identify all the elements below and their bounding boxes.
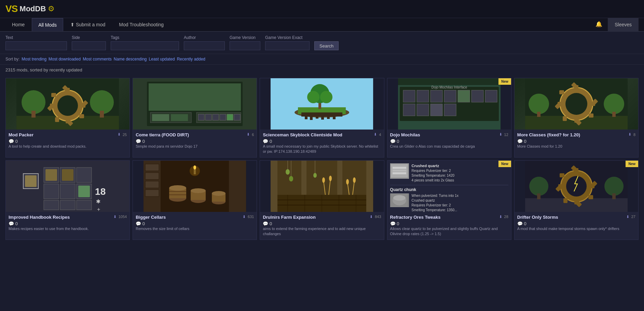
mod-card-refractory-ores[interactable]: New Crushed quartz Requires Pulverizer t… xyxy=(387,160,511,240)
svg-point-147 xyxy=(322,177,325,183)
svg-rect-13 xyxy=(79,114,84,118)
mod-card-dojo-mochilas[interactable]: New xyxy=(387,78,511,158)
svg-rect-59 xyxy=(417,104,429,116)
sort-most-comments[interactable]: Most comments xyxy=(83,57,112,62)
game-version-exact-input[interactable] xyxy=(265,41,310,50)
nav-home[interactable]: Home xyxy=(5,18,31,31)
mod-thumbnail xyxy=(260,161,384,212)
svg-point-122 xyxy=(193,165,196,170)
svg-rect-66 xyxy=(537,112,540,117)
search-button[interactable]: Search xyxy=(314,41,339,50)
mod-info: Scienceman Skyblock Clientside Mod ⬇4 💬 … xyxy=(260,130,384,157)
nav-submit[interactable]: ⬆ Submit a mod xyxy=(64,18,112,31)
game-version-input[interactable] xyxy=(230,41,260,50)
svg-rect-90 xyxy=(60,200,75,210)
mod-title: Refractory Ores Tweaks xyxy=(390,215,497,220)
svg-rect-26 xyxy=(198,114,204,120)
new-badge: New xyxy=(498,161,511,167)
svg-rect-68 xyxy=(612,112,616,117)
mod-desc: A tool to help create and download mod p… xyxy=(9,144,127,149)
mod-card-drifter-storms[interactable]: New xyxy=(514,160,639,240)
mod-desc: Removes the size limit of cellars xyxy=(136,226,254,231)
side-filter-label: Side xyxy=(72,35,106,40)
mod-card-drulnirs-farm[interactable]: Drulnirs Farm Expansion ⬇843 💬 0 aims to… xyxy=(260,160,384,240)
mod-title: Bigger Cellars xyxy=(136,215,241,220)
sort-prefix: Sort by: xyxy=(5,57,19,62)
download-count: 4 xyxy=(379,133,381,137)
svg-rect-27 xyxy=(205,114,211,120)
svg-rect-44 xyxy=(321,117,324,120)
bell-icon[interactable]: 🔔 xyxy=(591,18,607,31)
svg-rect-133 xyxy=(271,161,277,212)
svg-rect-86 xyxy=(44,184,59,199)
mod-thumbnail xyxy=(133,161,257,212)
svg-rect-58 xyxy=(403,104,415,116)
game-version-filter: Game Version xyxy=(230,35,260,50)
svg-rect-76 xyxy=(589,113,593,118)
logo: VS ModDB ⚙ xyxy=(5,3,55,14)
svg-rect-23 xyxy=(152,114,169,121)
svg-rect-154 xyxy=(393,172,406,174)
svg-rect-106 xyxy=(145,173,159,179)
nav-bar: Home All Mods ⬆ Submit a mod Mod Trouble… xyxy=(0,18,644,32)
sort-least-updated[interactable]: Least updated xyxy=(149,57,175,62)
mod-card-more-classes[interactable]: More Classes (fixed? for 1.20) ⬇8 💬 0 Mo… xyxy=(514,78,639,158)
svg-point-140 xyxy=(286,169,290,175)
sort-recently-added[interactable]: Recently added xyxy=(177,57,205,62)
download-count: 12 xyxy=(504,133,508,137)
svg-rect-43 xyxy=(316,117,318,119)
svg-rect-41 xyxy=(305,117,307,119)
mod-thumbnail xyxy=(260,78,384,130)
mod-title: Mod Packer xyxy=(9,132,115,137)
nav-troubleshooting[interactable]: Mod Troubleshooting xyxy=(112,18,170,31)
mod-card-come-tierra[interactable]: Come tierra (FOOD DIRT) ⬇6 💬 0 Simple mo… xyxy=(133,78,257,158)
mod-info: Refractory Ores Tweaks ⬇28 💬 0 Allows cl… xyxy=(387,212,511,240)
svg-rect-171 xyxy=(588,195,593,199)
mod-card-bigger-cellars[interactable]: Bigger Cellars ⬇631 💬 0 Removes the size… xyxy=(133,160,257,240)
mod-card-scienceman-skyblock[interactable]: Scienceman Skyblock Clientside Mod ⬇4 💬 … xyxy=(260,78,384,158)
tags-input[interactable] xyxy=(111,41,179,50)
game-version-exact-filter: Game Version Exact xyxy=(265,35,310,50)
mod-info: Come tierra (FOOD DIRT) ⬇6 💬 0 Simple mo… xyxy=(133,130,257,152)
svg-point-7 xyxy=(57,95,78,116)
mod-desc: Crea un Glider o Alas con mas capacidad … xyxy=(390,144,508,149)
text-input[interactable] xyxy=(5,41,67,50)
svg-rect-153 xyxy=(393,170,406,172)
side-input[interactable] xyxy=(72,41,106,50)
svg-rect-52 xyxy=(417,90,429,102)
svg-rect-42 xyxy=(310,117,313,120)
sort-most-downloaded[interactable]: Most downloaded xyxy=(49,57,81,62)
mod-card-mod-packer[interactable]: Mod Packer ⬇25 💬 0 A tool to help create… xyxy=(5,78,130,158)
svg-rect-5 xyxy=(100,111,104,118)
logo-gear-icon: ⚙ xyxy=(48,4,55,13)
author-filter: Author xyxy=(184,35,225,50)
svg-rect-108 xyxy=(145,190,159,197)
svg-rect-21 xyxy=(149,83,241,111)
mods-grid: Mod Packer ⬇25 💬 0 A tool to help create… xyxy=(0,75,644,243)
svg-rect-107 xyxy=(145,181,159,188)
sleeves-button[interactable]: Sleeves xyxy=(608,18,639,31)
svg-rect-51 xyxy=(403,90,415,102)
mod-info: Improved Handbook Recipes ⬇1054 💬 0 Make… xyxy=(6,212,129,234)
sort-name-descending[interactable]: Name descending xyxy=(114,57,147,62)
svg-rect-135 xyxy=(301,161,306,195)
author-input[interactable] xyxy=(184,41,225,50)
new-badge: New xyxy=(498,78,511,85)
mod-desc: Simple mod para mi servidor Dojo 17 xyxy=(136,144,254,149)
mod-title: Improved Handbook Recipes xyxy=(9,215,111,220)
mod-desc: aims to extend the farming experience an… xyxy=(263,226,381,237)
svg-point-148 xyxy=(329,176,332,181)
game-version-exact-label: Game Version Exact xyxy=(265,35,310,40)
svg-rect-134 xyxy=(366,161,373,212)
sort-most-trending[interactable]: Most trending xyxy=(22,57,46,62)
svg-point-111 xyxy=(169,185,186,191)
mod-thumbnail: = 18 ✱ + xyxy=(6,161,129,212)
svg-point-157 xyxy=(393,195,406,201)
svg-point-39 xyxy=(320,91,332,103)
mod-card-improved-handbook[interactable]: = 18 ✱ + Improved Handbook Recipes ⬇1054… xyxy=(5,160,130,240)
mod-thumbnail xyxy=(6,78,129,130)
text-filter-label: Text xyxy=(5,35,67,40)
svg-rect-97 xyxy=(25,175,37,187)
nav-all-mods[interactable]: All Mods xyxy=(32,18,63,31)
svg-point-67 xyxy=(604,94,624,114)
